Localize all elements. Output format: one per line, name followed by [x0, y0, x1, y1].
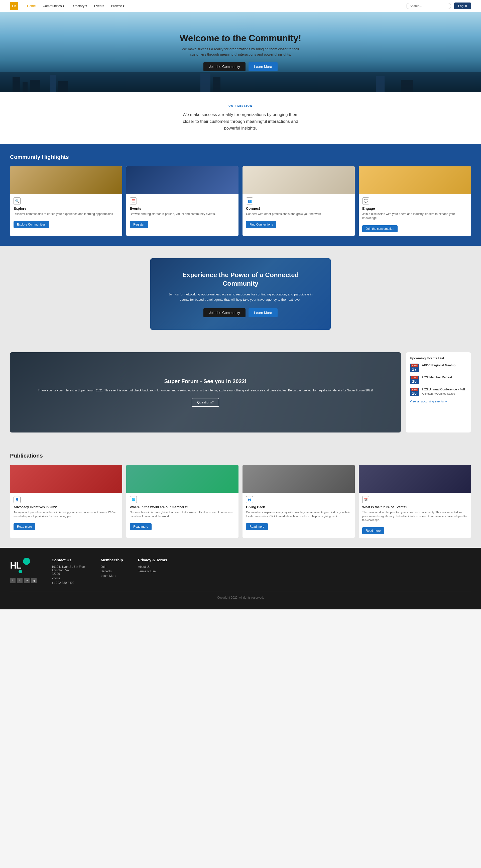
register-button[interactable]: Register [130, 221, 148, 228]
connected-join-button[interactable]: Join the Community [203, 308, 246, 317]
superforum-questions-button[interactable]: Questions? [192, 398, 219, 407]
pub-card-3: 👥 Giving Back Our members inspire us eve… [243, 465, 355, 537]
svg-rect-9 [401, 80, 413, 92]
publications-grid: 👤 Advocacy Initiatives in 2022 An import… [10, 465, 471, 537]
hero-section: Welcome to the Community! We make succes… [0, 12, 481, 92]
logo[interactable]: H! [10, 2, 18, 10]
nav-browse[interactable]: Browse ▾ [108, 2, 128, 9]
events-sidebar-title: Upcoming Events List [410, 356, 467, 360]
highlight-card-events: 📅 Events Browse and register for in-pers… [126, 166, 238, 236]
pub-desc-2: Our membership is more global than ever!… [130, 510, 235, 518]
linkedin-icon[interactable]: in [24, 578, 30, 583]
svg-rect-4 [50, 75, 56, 92]
pub-read-more-3[interactable]: Read more [246, 523, 268, 530]
footer-phone-label: Phone [52, 577, 86, 580]
login-button[interactable]: Log in [454, 2, 471, 9]
event-item-3: SEP 20 2022 Annual Conference - Full Arl… [410, 388, 467, 396]
highlights-section: Community Highlights 🔍 Explore Discover … [0, 144, 481, 246]
event-month-2: JAN [411, 376, 418, 379]
event-location-3: Arlington, VA United States [422, 392, 465, 395]
connected-learn-button[interactable]: Learn More [249, 308, 278, 317]
highlights-title: Community Highlights [10, 154, 471, 160]
events-icon: 📅 [130, 197, 137, 205]
svg-rect-6 [200, 73, 211, 92]
connected-desc: Join us for networking opportunities, ac… [165, 292, 316, 303]
footer-dot-large [23, 558, 30, 565]
event-badge-3: SEP 20 [410, 388, 419, 396]
nav-events[interactable]: Events [91, 2, 107, 9]
view-all-events-link[interactable]: View all upcoming events → [410, 400, 467, 403]
footer-contact: Contact Us 1919 N Lynn St, 5th FloorArli… [52, 558, 86, 586]
footer-benefits-link[interactable]: Benefits [101, 569, 123, 573]
pub-read-more-4[interactable]: Read more [362, 527, 384, 534]
svg-rect-8 [376, 76, 385, 92]
pub-img-1 [10, 465, 122, 493]
footer-terms-link[interactable]: Terms of Use [138, 569, 167, 573]
superforum-desc: Thank you for your interest in Super For… [38, 388, 373, 393]
facebook-icon[interactable]: f [10, 578, 15, 583]
event-title-2[interactable]: 2022 Member Retreat [422, 376, 452, 380]
nav-links: Home Communities ▾ Directory ▾ Events Br… [24, 2, 406, 9]
highlight-img-engage [359, 166, 471, 194]
highlight-title-explore: Explore [13, 207, 119, 211]
event-title-3[interactable]: 2022 Annual Conference - Full [422, 388, 465, 392]
mission-label: OUR MISSION [10, 104, 471, 107]
pub-icon-2: 🌐 [130, 496, 137, 503]
highlight-card-connect: 👥 Connect Connect with other professiona… [243, 166, 355, 236]
footer-contact-title: Contact Us [52, 558, 86, 562]
publications-section: Publications 👤 Advocacy Initiatives in 2… [0, 442, 481, 548]
event-title-1[interactable]: ABDC Regional Meetup [422, 364, 455, 368]
pub-read-more-1[interactable]: Read more [13, 523, 35, 530]
find-connections-button[interactable]: Find Connections [246, 221, 276, 228]
twitter-icon[interactable]: t [17, 578, 23, 583]
highlight-card-engage: 💬 Engage Join a discussion with your pee… [359, 166, 471, 236]
footer-join-link[interactable]: Join [101, 565, 123, 568]
footer-learn-more-link[interactable]: Learn More [101, 574, 123, 578]
footer-about-link[interactable]: About Us [138, 565, 167, 568]
instagram-icon[interactable]: ig [31, 578, 37, 583]
nav-communities[interactable]: Communities ▾ [40, 2, 67, 9]
learn-more-button[interactable]: Learn More [249, 62, 278, 71]
pub-read-more-2[interactable]: Read more [130, 523, 152, 530]
engage-icon: 💬 [362, 197, 369, 205]
svg-rect-1 [12, 77, 20, 92]
pub-icon-1: 👤 [13, 496, 21, 503]
pub-desc-4: The main trend for the past two years ha… [362, 510, 468, 522]
event-day-3: 20 [411, 391, 418, 396]
pub-img-2 [126, 465, 238, 493]
search-input[interactable] [406, 3, 451, 9]
join-conversation-button[interactable]: Join the conversation [362, 225, 397, 232]
highlight-title-connect: Connect [246, 207, 351, 211]
connected-box: Experience the Power of a Connected Comm… [150, 258, 331, 330]
pub-title-2: Where in the world are our members? [130, 505, 235, 509]
highlight-desc-explore: Discover communities to enrich your expe… [13, 212, 119, 216]
events-sidebar: Upcoming Events List SEP 27 ABDC Regiona… [406, 352, 471, 433]
mission-text: We make success a reality for organizati… [181, 111, 300, 132]
footer-privacy-title: Privacy & Terms [138, 558, 167, 562]
highlights-grid: 🔍 Explore Discover communities to enrich… [10, 166, 471, 236]
nav-directory[interactable]: Directory ▾ [68, 2, 90, 9]
pub-title-3: Giving Back [246, 505, 351, 509]
svg-rect-7 [213, 77, 220, 92]
connected-title: Experience the Power of a Connected Comm… [165, 271, 316, 288]
explore-communities-button[interactable]: Explore Communities [13, 221, 49, 228]
connect-icon: 👥 [246, 197, 253, 205]
hero-buttons: Join the Community Learn More [180, 62, 301, 71]
footer-social: f t in ig [10, 578, 37, 583]
connected-buttons: Join the Community Learn More [165, 308, 316, 317]
highlight-title-engage: Engage [362, 207, 468, 211]
explore-icon: 🔍 [13, 197, 21, 205]
highlight-desc-connect: Connect with other professionals and gro… [246, 212, 351, 216]
pub-desc-3: Our members inspire us everyday with how… [246, 510, 351, 518]
pub-img-4 [359, 465, 471, 493]
join-community-button[interactable]: Join the Community [203, 62, 246, 71]
event-item-1: SEP 27 ABDC Regional Meetup [410, 364, 467, 372]
event-badge-2: JAN 18 [410, 376, 419, 384]
pub-icon-3: 👥 [246, 496, 253, 503]
superforum-section: Super Forum - See you in 2022! Thank you… [0, 342, 481, 442]
navbar: H! Home Communities ▾ Directory ▾ Events… [0, 0, 481, 12]
footer-copyright: Copyright 2022. All rights reserved. [10, 592, 471, 599]
nav-home[interactable]: Home [24, 2, 39, 9]
hero-title: Welcome to the Community! [180, 33, 301, 43]
hero-subtitle: We make success a reality for organizati… [181, 46, 300, 57]
